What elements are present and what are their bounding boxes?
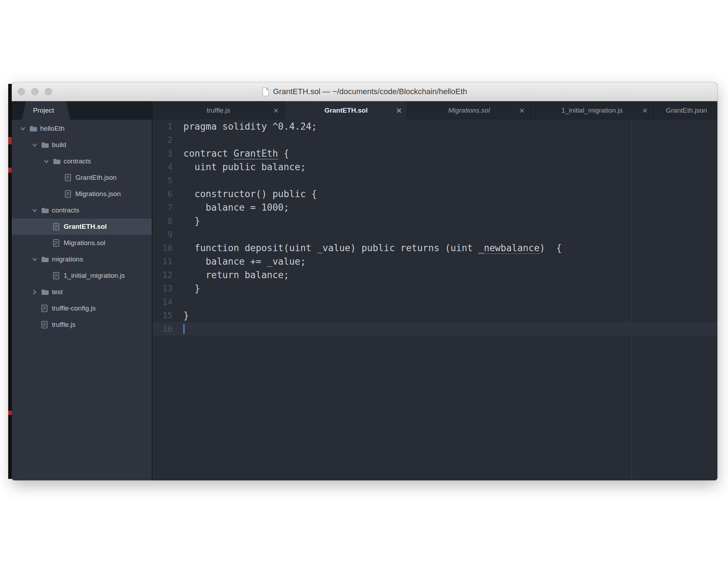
editor-window: GrantETH.sol — ~/documents/code/Blockcha… [12, 82, 717, 480]
tab-label: Migrations.sol [448, 107, 490, 114]
tree-item-label: Migrations.json [75, 190, 121, 198]
tree-item-helloEth[interactable]: helloEth [12, 120, 152, 137]
chevron-down-icon[interactable] [44, 159, 53, 164]
tab-close-icon[interactable]: × [273, 106, 279, 115]
tree-item-Migrations.json[interactable]: Migrations.json [12, 186, 152, 202]
line-text: } [172, 282, 717, 295]
chevron-down-icon[interactable] [32, 208, 41, 213]
window-minimize-button[interactable] [31, 88, 38, 95]
line-number: 16 [152, 322, 172, 336]
tab-close-icon[interactable]: × [642, 106, 648, 115]
code-line-1[interactable]: 1pragma solidity ^0.4.24; [152, 120, 717, 133]
tree-item-label: build [52, 141, 66, 149]
tree-item-Migrations.sol[interactable]: Migrations.sol [12, 235, 152, 251]
window-body: Project helloEthbuildcontractsGrantEth.j… [12, 101, 717, 480]
folder-icon [30, 125, 40, 132]
tree-item-label: contracts [64, 157, 91, 165]
file-icon [53, 272, 64, 280]
line-number: 11 [152, 255, 172, 268]
line-number: 9 [152, 228, 172, 241]
code-line-10[interactable]: 10 function deposit(uint _value) public … [152, 241, 717, 255]
folder-icon [53, 158, 64, 164]
tab-bar: truffle.js×GrantETH.sol×Migrations.sol×1… [152, 101, 717, 120]
tab-1_initial_migration.js[interactable]: 1_initial_migration.js× [531, 101, 654, 120]
tree-item-contracts[interactable]: contracts [12, 153, 152, 169]
code-line-5[interactable]: 5 [152, 174, 717, 187]
code-line-3[interactable]: 3contract GrantEth { [152, 147, 717, 160]
tree-item-GrantETH.sol[interactable]: GrantETH.sol [12, 218, 152, 235]
traffic-lights [18, 82, 52, 101]
window-close-button[interactable] [18, 88, 25, 95]
tree-item-label: Migrations.sol [64, 239, 105, 247]
tree-item-truffle-config.js[interactable]: truffle-config.js [12, 300, 152, 317]
line-text [172, 174, 717, 187]
line-text: pragma solidity ^0.4.24; [172, 120, 717, 133]
background-window-sliver [8, 84, 12, 479]
chevron-right-icon[interactable] [32, 290, 41, 295]
project-sidebar: Project helloEthbuildcontractsGrantEth.j… [12, 101, 152, 480]
line-number: 13 [152, 282, 172, 295]
tree-item-GrantEth.json[interactable]: GrantEth.json [12, 169, 152, 186]
code-line-7[interactable]: 7 balance = 1000; [152, 201, 717, 214]
code-line-6[interactable]: 6 constructor() public { [152, 187, 717, 201]
tab-close-icon[interactable]: × [396, 106, 402, 115]
line-text [172, 322, 717, 336]
error-underlined-word: _newbalance [478, 243, 540, 254]
window-zoom-button[interactable] [45, 88, 52, 95]
tree-item-build[interactable]: build [12, 137, 152, 153]
tree-item-contracts[interactable]: contracts [12, 202, 152, 218]
code-line-2[interactable]: 2 [152, 133, 717, 147]
project-tab[interactable]: Project [22, 101, 70, 120]
tab-Migrations.sol[interactable]: Migrations.sol× [408, 101, 531, 120]
tree-item-label: GrantEth.json [75, 174, 117, 182]
line-text: balance = 1000; [172, 201, 717, 214]
tab-GrantEth.json[interactable]: GrantEth.json [654, 101, 717, 120]
line-text [172, 228, 717, 241]
code-line-12[interactable]: 12 return balance; [152, 268, 717, 282]
project-tab-label: Project [33, 107, 54, 114]
tree-item-1_initial_migration.js[interactable]: 1_initial_migration.js [12, 268, 152, 284]
code-line-13[interactable]: 13 } [152, 282, 717, 295]
document-icon [262, 87, 269, 96]
background-red-mark [8, 137, 12, 144]
chevron-down-icon[interactable] [32, 257, 41, 262]
code-line-8[interactable]: 8 } [152, 214, 717, 228]
tree-item-label: truffle-config.js [52, 304, 96, 312]
tree-item-label: contracts [52, 206, 79, 214]
editor-pane: truffle.js×GrantETH.sol×Migrations.sol×1… [152, 101, 717, 480]
line-text: contract GrantEth { [172, 147, 717, 160]
line-number: 1 [152, 120, 172, 133]
tree-item-migrations[interactable]: migrations [12, 251, 152, 268]
line-number: 10 [152, 241, 172, 255]
chevron-down-icon[interactable] [32, 142, 41, 148]
tab-label: GrantEth.json [666, 107, 707, 114]
file-icon [53, 223, 64, 231]
tab-truffle.js[interactable]: truffle.js× [152, 101, 285, 120]
line-number: 14 [152, 295, 172, 309]
tree-item-truffle.js[interactable]: truffle.js [12, 317, 152, 333]
code-editor[interactable]: 1pragma solidity ^0.4.24;23contract Gran… [152, 120, 717, 480]
chevron-down-icon[interactable] [20, 126, 30, 131]
line-text: uint public balance; [172, 160, 717, 174]
folder-icon [41, 289, 52, 295]
code-line-4[interactable]: 4 uint public balance; [152, 160, 717, 174]
tab-GrantETH.sol[interactable]: GrantETH.sol× [285, 101, 408, 120]
folder-icon [41, 207, 52, 214]
tree-item-label: migrations [52, 255, 83, 263]
tab-close-icon[interactable]: × [519, 106, 525, 115]
title-group: GrantETH.sol — ~/documents/code/Blockcha… [262, 87, 467, 96]
code-line-15[interactable]: 15} [152, 309, 717, 322]
code-line-9[interactable]: 9 [152, 228, 717, 241]
sidebar-header: Project [12, 101, 152, 120]
tree-item-label: test [52, 288, 63, 296]
code-line-11[interactable]: 11 balance += _value; [152, 255, 717, 268]
window-titlebar[interactable]: GrantETH.sol — ~/documents/code/Blockcha… [12, 82, 717, 101]
code-line-14[interactable]: 14 [152, 295, 717, 309]
tree-item-test[interactable]: test [12, 284, 152, 300]
file-tree: helloEthbuildcontractsGrantEth.jsonMigra… [12, 120, 152, 480]
line-text: } [172, 214, 717, 228]
code-line-16[interactable]: 16 [152, 322, 717, 336]
tab-label: truffle.js [207, 107, 230, 114]
line-number: 8 [152, 214, 172, 228]
file-icon [65, 174, 75, 182]
